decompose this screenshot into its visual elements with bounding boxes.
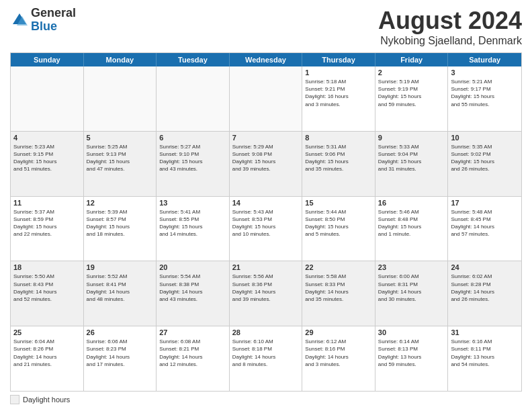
logo: General Blue: [10, 7, 76, 34]
cal-header-day: Thursday: [302, 53, 375, 66]
day-number: 24: [451, 263, 519, 271]
day-number: 6: [159, 134, 226, 142]
cal-header-day: Friday: [375, 53, 449, 66]
calendar-cell: 22Sunrise: 5:58 AMSunset: 8:33 PMDayligh…: [302, 261, 375, 326]
calendar-cell: 26Sunrise: 6:06 AMSunset: 8:23 PMDayligh…: [84, 326, 157, 391]
legend-box: [10, 395, 19, 404]
cell-text: Sunrise: 5:29 AMSunset: 9:08 PMDaylight:…: [232, 143, 300, 173]
calendar-cell: 25Sunrise: 6:04 AMSunset: 8:26 PMDayligh…: [11, 326, 84, 391]
cell-text: Sunrise: 5:21 AMSunset: 9:17 PMDaylight:…: [451, 78, 519, 108]
calendar-cell: 20Sunrise: 5:54 AMSunset: 8:38 PMDayligh…: [157, 261, 230, 326]
day-number: 9: [378, 134, 445, 142]
calendar-header: SundayMondayTuesdayWednesdayThursdayFrid…: [11, 53, 521, 66]
calendar-cell: 13Sunrise: 5:41 AMSunset: 8:55 PMDayligh…: [157, 197, 230, 261]
day-number: 10: [451, 134, 519, 142]
cell-text: Sunrise: 6:02 AMSunset: 8:28 PMDaylight:…: [451, 273, 519, 303]
cal-header-day: Sunday: [11, 53, 84, 66]
calendar-cell: 24Sunrise: 6:02 AMSunset: 8:28 PMDayligh…: [448, 261, 521, 326]
day-number: 17: [451, 199, 519, 207]
cell-text: Sunrise: 5:31 AMSunset: 9:06 PMDaylight:…: [305, 143, 372, 173]
day-number: 28: [232, 328, 300, 336]
calendar-cell: 10Sunrise: 5:35 AMSunset: 9:02 PMDayligh…: [448, 132, 521, 196]
calendar-cell: 28Sunrise: 6:10 AMSunset: 8:18 PMDayligh…: [230, 326, 303, 391]
cell-text: Sunrise: 5:50 AMSunset: 8:43 PMDaylight:…: [13, 273, 81, 303]
day-number: 18: [13, 263, 81, 271]
day-number: 13: [159, 199, 226, 207]
day-number: 21: [232, 263, 300, 271]
calendar-row: 11Sunrise: 5:37 AMSunset: 8:59 PMDayligh…: [11, 197, 521, 262]
cell-text: Sunrise: 5:27 AMSunset: 9:10 PMDaylight:…: [159, 143, 226, 173]
day-number: 14: [232, 199, 300, 207]
calendar-cell: [84, 66, 157, 131]
day-number: 27: [159, 328, 226, 336]
cell-text: Sunrise: 5:58 AMSunset: 8:33 PMDaylight:…: [305, 273, 372, 303]
day-number: 20: [159, 263, 226, 271]
cell-text: Sunrise: 5:37 AMSunset: 8:59 PMDaylight:…: [13, 208, 81, 238]
day-number: 30: [378, 328, 445, 336]
calendar-body: 1Sunrise: 5:18 AMSunset: 9:21 PMDaylight…: [11, 66, 521, 391]
cell-text: Sunrise: 5:54 AMSunset: 8:38 PMDaylight:…: [159, 273, 226, 303]
cell-text: Sunrise: 5:35 AMSunset: 9:02 PMDaylight:…: [451, 143, 519, 173]
calendar-cell: 19Sunrise: 5:52 AMSunset: 8:41 PMDayligh…: [84, 261, 157, 326]
calendar-row: 1Sunrise: 5:18 AMSunset: 9:21 PMDaylight…: [11, 66, 521, 132]
calendar-cell: [230, 66, 303, 131]
cell-text: Sunrise: 6:06 AMSunset: 8:23 PMDaylight:…: [87, 338, 154, 368]
calendar-cell: 31Sunrise: 6:16 AMSunset: 8:11 PMDayligh…: [448, 326, 521, 391]
calendar-cell: 15Sunrise: 5:44 AMSunset: 8:50 PMDayligh…: [302, 197, 375, 261]
calendar-cell: 16Sunrise: 5:46 AMSunset: 8:48 PMDayligh…: [375, 197, 449, 261]
logo-general-text: General: [31, 6, 76, 19]
main-title: August 2024: [378, 7, 522, 35]
cell-text: Sunrise: 6:04 AMSunset: 8:26 PMDaylight:…: [13, 338, 81, 368]
calendar-cell: 12Sunrise: 5:39 AMSunset: 8:57 PMDayligh…: [84, 197, 157, 261]
cal-header-day: Wednesday: [230, 53, 303, 66]
day-number: 31: [451, 328, 519, 336]
subtitle: Nykobing Sjaelland, Denmark: [378, 35, 522, 47]
day-number: 8: [305, 134, 372, 142]
calendar-cell: 18Sunrise: 5:50 AMSunset: 8:43 PMDayligh…: [11, 261, 84, 326]
calendar: SundayMondayTuesdayWednesdayThursdayFrid…: [10, 52, 522, 392]
calendar-cell: 5Sunrise: 5:25 AMSunset: 9:13 PMDaylight…: [84, 132, 157, 196]
cell-text: Sunrise: 5:44 AMSunset: 8:50 PMDaylight:…: [305, 208, 372, 238]
calendar-cell: 2Sunrise: 5:19 AMSunset: 9:19 PMDaylight…: [375, 66, 449, 131]
header: General Blue August 2024 Nykobing Sjaell…: [10, 7, 522, 47]
calendar-cell: 27Sunrise: 6:08 AMSunset: 8:21 PMDayligh…: [157, 326, 230, 391]
day-number: 11: [13, 199, 81, 207]
cell-text: Sunrise: 5:23 AMSunset: 9:15 PMDaylight:…: [13, 143, 81, 173]
cell-text: Sunrise: 5:52 AMSunset: 8:41 PMDaylight:…: [87, 273, 154, 303]
day-number: 7: [232, 134, 300, 142]
day-number: 29: [305, 328, 372, 336]
cell-text: Sunrise: 6:14 AMSunset: 8:13 PMDaylight:…: [378, 338, 445, 368]
day-number: 25: [13, 328, 81, 336]
day-number: 2: [378, 68, 445, 77]
calendar-row: 4Sunrise: 5:23 AMSunset: 9:15 PMDaylight…: [11, 132, 521, 197]
calendar-cell: 17Sunrise: 5:48 AMSunset: 8:45 PMDayligh…: [448, 197, 521, 261]
calendar-cell: 9Sunrise: 5:33 AMSunset: 9:04 PMDaylight…: [375, 132, 449, 196]
cell-text: Sunrise: 5:56 AMSunset: 8:36 PMDaylight:…: [232, 273, 300, 303]
calendar-cell: 29Sunrise: 6:12 AMSunset: 8:16 PMDayligh…: [302, 326, 375, 391]
day-number: 3: [451, 68, 519, 77]
cell-text: Sunrise: 5:33 AMSunset: 9:04 PMDaylight:…: [378, 143, 445, 173]
calendar-cell: 21Sunrise: 5:56 AMSunset: 8:36 PMDayligh…: [230, 261, 303, 326]
calendar-cell: 23Sunrise: 6:00 AMSunset: 8:31 PMDayligh…: [375, 261, 449, 326]
cell-text: Sunrise: 6:00 AMSunset: 8:31 PMDaylight:…: [378, 273, 445, 303]
day-number: 5: [87, 134, 154, 142]
day-number: 23: [378, 263, 445, 271]
cell-text: Sunrise: 5:41 AMSunset: 8:55 PMDaylight:…: [159, 208, 226, 238]
cell-text: Sunrise: 5:43 AMSunset: 8:53 PMDaylight:…: [232, 208, 300, 238]
calendar-cell: 7Sunrise: 5:29 AMSunset: 9:08 PMDaylight…: [230, 132, 303, 196]
cell-text: Sunrise: 6:10 AMSunset: 8:18 PMDaylight:…: [232, 338, 300, 368]
cell-text: Sunrise: 5:39 AMSunset: 8:57 PMDaylight:…: [87, 208, 154, 238]
day-number: 4: [13, 134, 81, 142]
cell-text: Sunrise: 5:18 AMSunset: 9:21 PMDaylight:…: [305, 78, 372, 108]
cell-text: Sunrise: 6:12 AMSunset: 8:16 PMDaylight:…: [305, 338, 372, 368]
calendar-row: 18Sunrise: 5:50 AMSunset: 8:43 PMDayligh…: [11, 261, 521, 326]
footer: Daylight hours: [10, 395, 522, 404]
day-number: 19: [87, 263, 154, 271]
cell-text: Sunrise: 5:46 AMSunset: 8:48 PMDaylight:…: [378, 208, 445, 238]
calendar-cell: 4Sunrise: 5:23 AMSunset: 9:15 PMDaylight…: [11, 132, 84, 196]
calendar-cell: 8Sunrise: 5:31 AMSunset: 9:06 PMDaylight…: [302, 132, 375, 196]
cal-header-day: Saturday: [448, 53, 521, 66]
page: General Blue August 2024 Nykobing Sjaell…: [0, 0, 532, 411]
day-number: 26: [87, 328, 154, 336]
cell-text: Sunrise: 6:16 AMSunset: 8:11 PMDaylight:…: [451, 338, 519, 368]
